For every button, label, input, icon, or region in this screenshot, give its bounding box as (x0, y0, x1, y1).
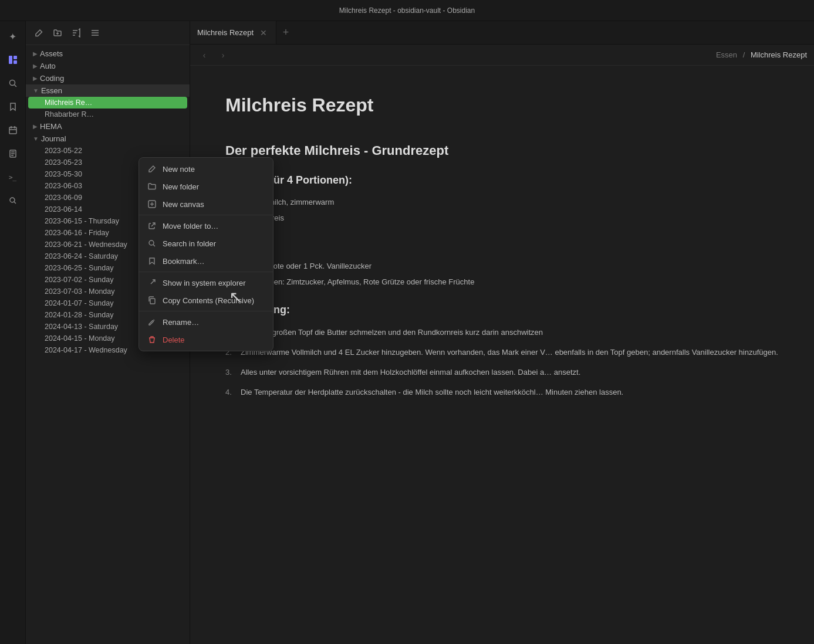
sidebar: ▶ Assets ▶ Auto ▶ Coding ▼ Essen Milchre… (26, 21, 190, 644)
title-bar: Milchreis Rezept - obsidian-vault - Obsi… (0, 0, 814, 21)
ctx-copy-contents[interactable]: Copy Contents (Recursive) (139, 292, 273, 309)
ctx-copy-contents-label: Copy Contents (Recursive) (163, 296, 254, 305)
page-ribbon-icon[interactable] (2, 143, 23, 164)
chevron-essen: ▼ (33, 87, 39, 94)
new-folder-ctx-icon (147, 182, 157, 191)
tab-close-button[interactable]: ✕ (258, 28, 269, 38)
svg-rect-2 (13, 60, 17, 64)
zutat-2: 4 EL Zucker (225, 228, 779, 242)
zutaten-list: 1 Liter Vollmilch, zimmerwarm 250 g Milc… (225, 196, 779, 289)
doc-heading-grundrezept: Der perfekte Milchreis - Grundrezept (225, 140, 779, 161)
svg-rect-1 (13, 56, 17, 59)
tab-milchreis[interactable]: Milchreis Rezept ✕ (190, 21, 276, 44)
ctx-move-folder[interactable]: Move folder to… (139, 217, 273, 235)
folder-hema[interactable]: ▶ HEMA (26, 120, 190, 133)
terminal-ribbon-icon[interactable]: >_ (2, 167, 23, 188)
ctx-bookmark-label: Bookmark… (163, 257, 205, 266)
folder-assets[interactable]: ▶ Assets (26, 48, 190, 60)
folder-assets-label: Assets (40, 49, 63, 58)
back-button[interactable]: ‹ (197, 48, 211, 62)
zutat-0: 1 Liter Vollmilch, zimmerwarm (225, 196, 779, 209)
schritt-4: 4. Die Temperatur der Herdplatte zurücks… (225, 386, 779, 399)
schritt-2: 2. Zimmerwarme Vollmilch und 4 EL Zucker… (225, 346, 779, 359)
document-content: Milchreis Rezept Der perfekte Milchreis … (190, 66, 814, 644)
new-tab-button[interactable]: + (276, 23, 295, 42)
search-folder-ctx-icon (147, 239, 157, 248)
title-bar-text: Milchreis Rezept - obsidian-vault - Obsi… (339, 6, 475, 15)
ctx-new-note-label: New note (163, 165, 195, 174)
ctx-bookmark[interactable]: Bookmark… (139, 252, 273, 270)
delete-ctx-icon (147, 335, 157, 344)
ribbon: ✦ >_ (0, 21, 26, 644)
files-ribbon-icon[interactable] (2, 49, 23, 70)
doc-heading-zubereitung: Zubereitung: (225, 301, 779, 319)
journal-item-0[interactable]: 2023-05-22 (26, 145, 190, 157)
context-menu: New note New folder New canvas Move fold (139, 157, 273, 351)
zutat-4: 1 Vanilleschote oder 1 Pck. Vanillezucke… (225, 260, 779, 273)
chevron-auto: ▶ (33, 63, 38, 69)
svg-line-4 (14, 85, 16, 87)
folder-hema-label: HEMA (40, 122, 62, 131)
schritt-1: 1. In einem großen Topf die Butter schme… (225, 326, 779, 339)
sort-button[interactable] (68, 25, 85, 41)
zutat-5: Nach Belieben: Zimtzucker, Apfelmus, Rot… (225, 276, 779, 289)
zubereitung-list: 1. In einem großen Topf die Butter schme… (225, 326, 779, 399)
new-canvas-ctx-icon (147, 199, 157, 209)
ctx-sep-1 (139, 215, 273, 215)
zutat-3: 1 EL Butter (225, 244, 779, 257)
collapse-button[interactable] (87, 25, 103, 41)
show-explorer-ctx-icon (147, 278, 157, 287)
ctx-search-folder[interactable]: Search in folder (139, 235, 273, 252)
chevron-coding: ▶ (33, 75, 38, 82)
breadcrumb-separator: / (743, 50, 745, 59)
folder-journal-label: Journal (41, 134, 66, 143)
folder-coding[interactable]: ▶ Coding (26, 72, 190, 84)
folder-essen[interactable]: ▼ Essen (26, 84, 190, 97)
svg-point-13 (10, 198, 15, 202)
nav-bar: ‹ › Essen / Milchreis Rezept (190, 45, 814, 66)
svg-point-27 (149, 240, 154, 245)
folder-essen-label: Essen (41, 86, 62, 95)
ctx-new-canvas[interactable]: New canvas (139, 195, 273, 213)
chevron-hema: ▶ (33, 123, 38, 130)
folder-coding-label: Coding (40, 74, 64, 83)
ctx-new-folder-label: New folder (163, 182, 199, 191)
ctx-rename-label: Rename… (163, 318, 199, 327)
file-milchreis[interactable]: Milchreis Re… (28, 97, 187, 109)
content-area: Milchreis Rezept ✕ + ‹ › Essen / Milchre… (190, 21, 814, 644)
file-rhabarber[interactable]: Rhabarber R… (26, 109, 190, 120)
calendar-ribbon-icon[interactable] (2, 120, 23, 141)
doc-heading-zutaten: Zutaten (für 4 Portionen): (225, 171, 779, 189)
svg-line-26 (151, 223, 155, 226)
bookmark-ribbon-icon[interactable] (2, 96, 23, 117)
search-ribbon-icon[interactable] (2, 73, 23, 94)
ctx-new-note[interactable]: New note (139, 160, 273, 178)
zutat-1: 250 g Milchreis (225, 212, 779, 225)
file-rhabarber-label: Rhabarber R… (45, 110, 94, 118)
new-folder-button[interactable] (49, 25, 66, 41)
find-ribbon-icon[interactable] (2, 190, 23, 211)
ctx-search-folder-label: Search in folder (163, 239, 216, 248)
document-title: Milchreis Rezept (225, 89, 779, 121)
ctx-delete-label: Delete (163, 335, 185, 344)
breadcrumb-parent[interactable]: Essen (716, 50, 737, 59)
chevron-assets: ▶ (33, 50, 38, 57)
svg-rect-30 (150, 299, 155, 304)
schritt-3: 3. Alles unter vorsichtigem Rühren mit d… (225, 366, 779, 379)
move-folder-ctx-icon (147, 221, 157, 231)
forward-button[interactable]: › (216, 48, 230, 62)
folder-auto[interactable]: ▶ Auto (26, 60, 190, 72)
svg-line-31 (154, 320, 155, 321)
tab-bar: Milchreis Rezept ✕ + (190, 21, 814, 45)
ctx-rename[interactable]: Rename… (139, 313, 273, 331)
tab-milchreis-label: Milchreis Rezept (197, 28, 254, 37)
ctx-show-explorer[interactable]: Show in system explorer (139, 274, 273, 292)
ctx-delete[interactable]: Delete (139, 331, 273, 348)
ctx-new-folder[interactable]: New folder (139, 178, 273, 195)
copy-contents-ctx-icon (147, 296, 157, 305)
folder-journal[interactable]: ▼ Journal (26, 133, 190, 145)
bookmark-ctx-icon (147, 256, 157, 266)
ctx-new-canvas-label: New canvas (163, 200, 204, 209)
new-note-button[interactable] (31, 25, 47, 41)
rename-ctx-icon (147, 317, 157, 327)
